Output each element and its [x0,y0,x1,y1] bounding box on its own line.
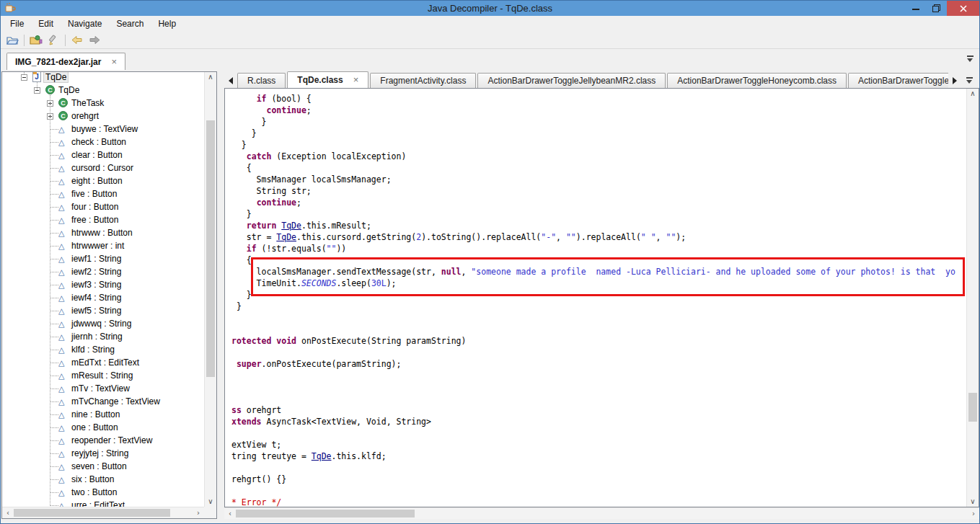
menu-edit[interactable]: Edit [31,17,61,31]
tree-item-eight[interactable]: △eight : Button [2,174,204,187]
tree-item-reyjytej[interactable]: △reyjytej : String [2,447,204,460]
tree-vertical-scrollbar[interactable]: ∧ ∨ [204,72,216,507]
tree-horizontal-scrollbar[interactable]: ‹ › [2,507,204,518]
jar-tab-close-icon[interactable]: × [111,58,117,66]
menu-help[interactable]: Help [151,17,183,31]
tree-item-one[interactable]: △one : Button [2,421,204,434]
tree-item-htrwww[interactable]: △htrwww : Button [2,226,204,239]
tree-item-label: jiernh : String [71,332,123,342]
tree-item-thetask[interactable]: CTheTask [2,97,204,110]
search-button[interactable] [45,32,62,48]
scroll-up-icon[interactable]: ∧ [967,89,979,99]
tree-item-jiernh[interactable]: △jiernh : String [2,330,204,343]
tree-item-two[interactable]: △two : Button [2,486,204,499]
tree-item-buywe[interactable]: △buywe : TextView [2,123,204,136]
field-icon: △ [58,240,64,252]
open-folder-types-icon [30,35,43,45]
scroll-right-icon[interactable]: › [193,507,204,518]
tree-item-jdwwwq[interactable]: △jdwwwq : String [2,317,204,330]
code-tab-list-icon[interactable] [966,77,974,84]
tree-item-free[interactable]: △free : Button [2,213,204,226]
tab-list-icon[interactable] [966,55,974,62]
tree-item-seven[interactable]: △seven : Button [2,460,204,473]
tree-item-mtv[interactable]: △mTv : TextView [2,382,204,395]
field-icon: △ [58,448,64,459]
tree-item-label: five : Button [71,189,117,199]
code-tab-tqde[interactable]: TqDe.class× [287,71,368,88]
back-button[interactable] [69,32,86,48]
tree-item-htrwwwer[interactable]: △htrwwwer : int [2,239,204,252]
scroll-up-icon[interactable]: ∧ [205,72,216,82]
tree-item-iewf1[interactable]: △iewf1 : String [2,252,204,265]
tree-item-tqde[interactable]: CTqDe [2,84,204,97]
field-icon: △ [58,409,64,420]
scroll-down-icon[interactable]: ∨ [967,497,979,507]
code-hscroll-thumb[interactable] [236,510,415,518]
field-icon: △ [58,383,64,394]
restore-button[interactable] [926,1,947,16]
tree-item-label: seven : Button [71,461,127,471]
tree-item-label: TheTask [71,98,104,108]
tree-item-label: six : Button [71,474,114,484]
tree-view[interactable]: JTqDeCTqDeCTheTaskCorehgrt△buywe : TextV… [2,72,204,507]
menu-search[interactable]: Search [109,17,151,31]
tree-item-label: jdwwwq : String [71,319,131,329]
tree-item-label: iewf5 : String [71,306,121,316]
tree-item-medtxt[interactable]: △mEdTxt : EditText [2,356,204,369]
tree-item-orehgrt[interactable]: Corehgrt [2,110,204,123]
tree-item-mresult[interactable]: △mResult : String [2,369,204,382]
tree-item-reopender[interactable]: △reopender : TextView [2,434,204,447]
code-vscroll-thumb[interactable] [968,393,977,422]
code-tab-label: FragmentActivity.class [380,76,466,86]
tabs-scroll-left-button[interactable] [224,73,237,88]
tree-item-iewf4[interactable]: △iewf4 : String [2,291,204,304]
jar-tab[interactable]: IMG_7821-dex2jar.jar × [6,53,125,70]
tree-item-iewf3[interactable]: △iewf3 : String [2,278,204,291]
tree-item-iewf2[interactable]: △iewf2 : String [2,265,204,278]
tree-item-klfd[interactable]: △klfd : String [2,343,204,356]
scroll-left-icon[interactable]: ‹ [2,507,14,518]
tree-item-label: cursord : Cursor [71,163,133,173]
field-icon: △ [58,123,64,135]
code-tab-actionbardrawertogglehoneycomb[interactable]: ActionBarDrawerToggleHoneycomb.class [667,73,847,88]
menu-navigate[interactable]: Navigate [61,17,109,31]
forward-button[interactable] [86,32,103,48]
code-vertical-scrollbar[interactable]: ∧ ∨ [966,89,979,507]
code-tab-actionbardrawertogglejellybeanmr2[interactable]: ActionBarDrawerToggleJellybeanMR2.class [477,73,666,88]
tree-item-check[interactable]: △check : Button [2,136,204,148]
code-horizontal-scrollbar[interactable]: ‹ › [224,507,979,519]
code-tab-r[interactable]: R.class [237,73,286,88]
code-tab-bar: R.classTqDe.class×FragmentActivity.class… [224,71,979,88]
tree-vscroll-thumb[interactable] [206,120,215,377]
code-tab-close-icon[interactable]: × [353,76,359,84]
tree-item-nine[interactable]: △nine : Button [2,408,204,421]
tree-item-six[interactable]: △six : Button [2,473,204,486]
open-all-files-button[interactable] [27,32,45,48]
tree-item-mtvchange[interactable]: △mTvChange : TextView [2,395,204,408]
field-icon: △ [58,499,64,507]
collapse-icon[interactable] [21,74,27,81]
code-editor[interactable]: if (bool) { continue; } } } catch (Excep… [224,88,979,507]
close-button[interactable] [947,1,979,16]
code-tab-fragmentactivity[interactable]: FragmentActivity.class [370,73,476,88]
tree-hscroll-thumb[interactable] [14,509,170,517]
menu-file[interactable]: File [3,17,31,31]
tree-item-four[interactable]: △four : Button [2,200,204,213]
tree-item-tqde[interactable]: JTqDe [2,72,204,84]
code-tab-actionbardrawertoggle[interactable]: ActionBarDrawerToggle.class [848,73,948,88]
scroll-right-icon[interactable]: › [968,508,979,519]
tree-item-clear[interactable]: △clear : Button [2,148,204,161]
open-file-button[interactable] [4,32,21,48]
tree-item-iewf5[interactable]: △iewf5 : String [2,304,204,317]
tree-item-label: mResult : String [71,370,133,381]
back-arrow-icon [71,35,83,45]
scroll-down-icon[interactable]: ∨ [205,497,216,507]
tabs-scroll-right-button[interactable] [948,73,961,88]
code-tab-label: R.class [247,76,275,86]
tree-item-urre[interactable]: △urre : EditText [2,499,204,507]
minimize-button[interactable] [905,1,926,16]
decompiled-source: if (bool) { continue; } } } catch (Excep… [231,93,955,507]
tree-item-cursord[interactable]: △cursord : Cursor [2,161,204,174]
tree-item-five[interactable]: △five : Button [2,187,204,200]
scroll-left-icon[interactable]: ‹ [224,508,236,519]
